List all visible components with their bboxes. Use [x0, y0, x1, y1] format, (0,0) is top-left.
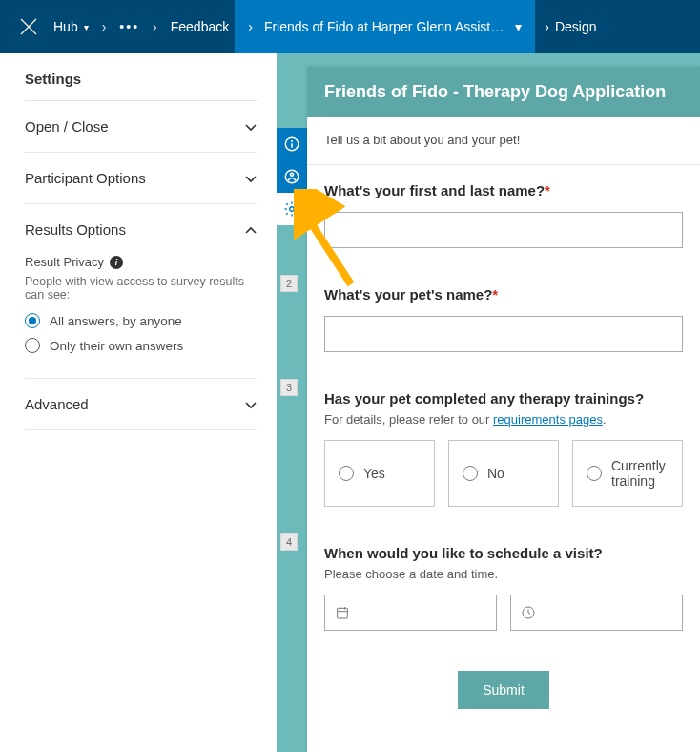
choice-label: No [487, 466, 504, 481]
radio-icon [25, 338, 40, 353]
question-3: 3 Has your pet completed any therapy tra… [307, 373, 700, 528]
question-title: What's your first and last name? [324, 182, 545, 198]
radio-icon [463, 466, 478, 481]
section-label: Advanced [25, 396, 89, 412]
result-privacy-sub: People with view access to survey result… [25, 275, 257, 302]
result-privacy-label: Result Privacy [25, 255, 104, 269]
question-number: 3 [280, 379, 298, 396]
radio-own-answers[interactable]: Only their own answers [25, 338, 257, 353]
choice-label: Yes [363, 466, 385, 481]
breadcrumb-ellipsis[interactable]: ••• [113, 19, 145, 34]
radio-icon [587, 466, 602, 481]
choice-currently-training[interactable]: Currently training [572, 440, 683, 507]
breadcrumb: Hub ▾ › ••• › Feedback [48, 19, 235, 34]
svg-point-2 [292, 141, 293, 142]
chevron-right-icon: › [248, 19, 253, 34]
requirements-link[interactable]: requirements pages [493, 412, 603, 427]
section-advanced: Advanced [25, 379, 257, 430]
caret-down-icon: ▾ [84, 22, 89, 32]
info-icon[interactable]: i [110, 256, 123, 269]
question-hint: Please choose a date and time. [324, 567, 683, 581]
chevron-up-icon [244, 223, 257, 237]
caret-down-icon: ▾ [515, 19, 522, 34]
breadcrumb-hub-label: Hub [53, 19, 78, 34]
chevron-right-icon: › [153, 19, 157, 34]
section-advanced-toggle[interactable]: Advanced [25, 379, 257, 429]
radio-label: All answers, by anyone [50, 314, 182, 328]
section-results-toggle[interactable]: Results Options [25, 204, 257, 255]
time-input[interactable] [510, 595, 683, 631]
date-input[interactable] [324, 595, 497, 631]
theme-tab[interactable] [277, 160, 307, 193]
form-title: Friends of Fido - Therapy Dog Applicatio… [307, 67, 700, 117]
breadcrumb-design[interactable]: › Design [535, 19, 606, 34]
question-title: Has your pet completed any therapy train… [324, 390, 683, 407]
form-intro: Tell us a bit about you and your pet! [307, 117, 700, 165]
radio-label: Only their own answers [50, 339, 183, 353]
section-label: Participant Options [25, 170, 146, 186]
choice-yes[interactable]: Yes [324, 440, 435, 507]
chevron-right-icon: › [545, 19, 549, 34]
breadcrumb-active[interactable]: › Friends of Fido at Harper Glenn Assist… [235, 0, 535, 53]
radio-icon [25, 313, 40, 328]
info-tab[interactable] [277, 128, 307, 160]
question-title: What's your pet's name? [324, 286, 492, 303]
form-panel: Friends of Fido - Therapy Dog Applicatio… [307, 67, 700, 752]
question-1: What's your first and last name?* [307, 165, 700, 269]
question-title: When would you like to schedule a visit? [324, 545, 683, 561]
chevron-down-icon [244, 172, 257, 185]
question-2: 2 What's your pet's name?* [307, 269, 700, 373]
radio-all-answers[interactable]: All answers, by anyone [25, 313, 257, 328]
question-4: 4 When would you like to schedule a visi… [307, 528, 700, 652]
section-results: Results Options Result Privacy i People … [25, 204, 257, 379]
question-number: 4 [280, 533, 298, 551]
clock-icon [521, 605, 536, 620]
choice-no[interactable]: No [448, 440, 559, 507]
breadcrumb-active-label: Friends of Fido at Harper Glenn Assist… [264, 19, 504, 34]
settings-title: Settings [25, 71, 257, 101]
vertical-tab-strip [277, 128, 307, 225]
breadcrumb-design-label: Design [555, 19, 597, 34]
breadcrumb-feedback-label: Feedback [171, 19, 229, 34]
breadcrumb-hub[interactable]: Hub ▾ [48, 19, 94, 34]
settings-tab[interactable] [277, 193, 307, 225]
section-label: Results Options [25, 221, 126, 238]
required-marker: * [492, 286, 498, 303]
calendar-icon [335, 605, 350, 620]
breadcrumb-feedback[interactable]: Feedback [165, 19, 235, 34]
pet-name-input[interactable] [324, 316, 683, 352]
chevron-down-icon [244, 120, 257, 134]
chevron-right-icon: › [102, 19, 107, 34]
section-participant-toggle[interactable]: Participant Options [25, 153, 257, 203]
section-participant: Participant Options [25, 153, 257, 204]
question-number: 2 [280, 275, 298, 292]
preview-area: Friends of Fido - Therapy Dog Applicatio… [277, 53, 700, 752]
section-label: Open / Close [25, 118, 109, 135]
settings-sidebar: Settings Open / Close Participant Option… [0, 53, 277, 752]
svg-point-4 [291, 173, 294, 176]
section-open-close-toggle[interactable]: Open / Close [25, 101, 257, 152]
question-hint-prefix: For details, please refer to our [324, 412, 493, 427]
close-icon[interactable] [10, 8, 48, 46]
svg-rect-6 [338, 608, 348, 618]
submit-button[interactable]: Submit [458, 671, 549, 709]
name-input[interactable] [324, 212, 683, 248]
top-bar: Hub ▾ › ••• › Feedback › Friends of Fido… [0, 0, 700, 53]
required-marker: * [545, 182, 550, 198]
chevron-down-icon [244, 398, 257, 411]
section-results-body: Result Privacy i People with view access… [25, 255, 257, 378]
radio-icon [339, 466, 354, 481]
svg-point-5 [290, 207, 295, 212]
section-open-close: Open / Close [25, 101, 257, 153]
choice-label: Currently training [611, 458, 669, 489]
